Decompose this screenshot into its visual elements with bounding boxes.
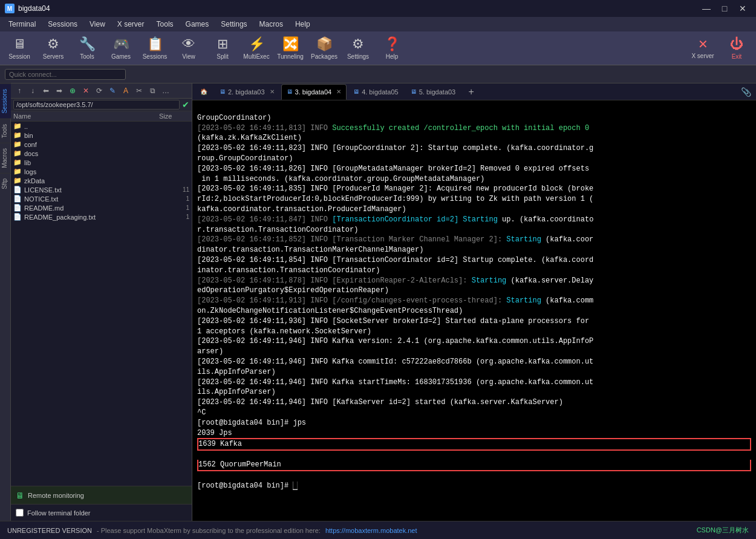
tools-label: Tools — [80, 53, 94, 60]
tab-close-icon[interactable]: ✕ — [270, 88, 275, 95]
attach-tab-button[interactable]: 📎 — [738, 87, 754, 97]
toolbar-multiexec[interactable]: ⚡ MultiExec — [241, 33, 272, 64]
file-name: README.md — [24, 204, 163, 212]
toolbar-tools[interactable]: 🔧 Tools — [71, 33, 103, 64]
fp-btn-edit[interactable]: ✎ — [106, 85, 119, 96]
file-name: .. — [24, 123, 163, 130]
folder-icon: 📁 — [13, 177, 22, 185]
file-item-docs[interactable]: 📁 docs — [11, 149, 192, 158]
file-item-readme-pkg[interactable]: 📄 README_packaging.txt 1 — [11, 212, 192, 221]
vert-tab-tools[interactable]: Tools — [0, 119, 11, 143]
menu-tools[interactable]: Tools — [151, 19, 180, 30]
tab-close-icon[interactable]: ✕ — [336, 88, 341, 95]
fp-btn-text[interactable]: A — [120, 85, 132, 96]
toolbar-servers[interactable]: ⚙ Servers — [37, 33, 69, 64]
file-item-logs[interactable]: 📁 logs — [11, 167, 192, 176]
minimize-button[interactable]: — — [698, 2, 715, 15]
file-name: docs — [24, 150, 163, 157]
toolbar-sessions[interactable]: 📋 Sessions — [139, 33, 171, 64]
view-label: View — [182, 53, 195, 60]
menu-terminal[interactable]: Terminal — [2, 19, 42, 30]
toolbar-settings[interactable]: ⚙ Settings — [342, 33, 374, 64]
menu-games[interactable]: Games — [180, 19, 215, 30]
tab-home[interactable]: 🏠 — [195, 84, 213, 100]
quick-connect-input[interactable] — [5, 69, 126, 80]
file-size: 1 — [165, 204, 189, 211]
tab-bigdata05-4[interactable]: 🖥 4. bigdata05 — [348, 84, 404, 100]
col-size-header[interactable]: Size — [159, 113, 189, 120]
fp-btn-copy[interactable]: ⧉ — [146, 85, 158, 96]
fp-btn-prev[interactable]: ⬅ — [40, 85, 52, 96]
file-item-notice[interactable]: 📄 NOTICE.txt 1 — [11, 194, 192, 203]
file-item-parent[interactable]: 📁 .. — [11, 122, 192, 131]
help-icon: ❓ — [384, 36, 400, 52]
path-input[interactable] — [13, 100, 180, 109]
vert-tab-macros[interactable]: Macros — [0, 143, 11, 173]
fp-btn-cut[interactable]: ✂ — [133, 85, 145, 96]
fp-btn-more[interactable]: … — [160, 85, 172, 96]
file-item-conf[interactable]: 📁 conf — [11, 140, 192, 149]
menu-view[interactable]: View — [83, 19, 111, 30]
fp-btn-delete[interactable]: ✕ — [80, 85, 92, 96]
menu-help[interactable]: Help — [289, 19, 316, 30]
fp-btn-up[interactable]: ↑ — [13, 85, 25, 96]
toolbar-exit[interactable]: ⏻ Exit — [721, 33, 752, 64]
games-label: Games — [111, 53, 131, 60]
file-name: zkData — [24, 177, 163, 185]
toolbar-games[interactable]: 🎮 Games — [105, 33, 137, 64]
toolbar-x-server[interactable]: ✕ X server — [687, 33, 719, 64]
file-size: 1 — [165, 214, 189, 220]
file-item-lib[interactable]: 📁 lib — [11, 158, 192, 167]
menu-macros[interactable]: Macros — [253, 19, 289, 30]
follow-terminal-label[interactable]: Follow terminal folder — [27, 509, 91, 517]
terminal-content[interactable]: GroupCoordinator) [2023-05-02 16:49:11,8… — [192, 100, 756, 521]
window-controls: — □ ✕ — [698, 2, 751, 15]
follow-terminal-checkbox[interactable] — [16, 509, 24, 517]
vertical-tabs: Sessions Tools Macros Sftp — [0, 83, 11, 521]
toolbar-tunneling[interactable]: 🔀 Tunneling — [275, 33, 306, 64]
vert-tab-sessions[interactable]: Sessions — [0, 83, 11, 119]
path-ok-icon: ✔ — [182, 100, 189, 109]
file-name: README_packaging.txt — [24, 214, 163, 221]
fp-btn-down[interactable]: ↓ — [27, 85, 39, 96]
fp-btn-next[interactable]: ➡ — [53, 85, 65, 96]
terminal-tabs: 🏠 🖥 2. bigdata03 ✕ 🖥 3. bigdata04 ✕ 🖥 4.… — [192, 83, 756, 100]
file-list-header: Name Size — [11, 111, 192, 122]
toolbar-packages[interactable]: 📦 Packages — [308, 33, 340, 64]
file-item-zkdata[interactable]: 📁 zkData — [11, 176, 192, 185]
vert-tab-sftp[interactable]: Sftp — [0, 173, 11, 194]
tab-bigdata03-2[interactable]: 🖥 2. bigdata03 ✕ — [214, 84, 280, 100]
file-icon: 📄 — [13, 213, 22, 221]
split-icon: ⊞ — [217, 36, 228, 52]
file-name: logs — [24, 168, 163, 175]
multiexec-label: MultiExec — [243, 53, 269, 60]
tab-bigdata04-3[interactable]: 🖥 3. bigdata04 ✕ — [281, 84, 347, 100]
file-item-bin[interactable]: 📁 bin — [11, 131, 192, 140]
file-item-readme[interactable]: 📄 README.md 1 — [11, 203, 192, 212]
col-name-header[interactable]: Name — [13, 113, 159, 120]
fp-btn-new[interactable]: ⊕ — [67, 85, 79, 96]
menu-settings[interactable]: Settings — [215, 19, 253, 30]
toolbar-session[interactable]: 🖥 Session — [4, 33, 35, 64]
new-tab-button[interactable]: + — [464, 85, 478, 99]
packages-icon: 📦 — [316, 36, 333, 52]
folder-icon: 📁 — [13, 168, 22, 175]
tunneling-icon: 🔀 — [282, 36, 299, 52]
fp-btn-refresh[interactable]: ⟳ — [93, 85, 105, 96]
tab-icon: 🖥 — [353, 88, 359, 95]
menu-x-server[interactable]: X server — [111, 19, 151, 30]
toolbar-split[interactable]: ⊞ Split — [207, 33, 238, 64]
folder-icon: 📁 — [13, 158, 22, 166]
toolbar-view[interactable]: 👁 View — [173, 33, 204, 64]
mobatek-link[interactable]: https://mobaxterm.mobatek.net — [325, 527, 417, 534]
menu-sessions[interactable]: Sessions — [42, 19, 83, 30]
watermark: CSDN@三月树水 — [697, 526, 749, 535]
title-bar: M bigdata04 — □ ✕ — [0, 0, 756, 17]
tab-bigdata03-5[interactable]: 🖥 5. bigdata03 — [405, 84, 461, 100]
remote-monitoring-label: Remote monitoring — [28, 492, 84, 499]
file-item-license[interactable]: 📄 LICENSE.txt 11 — [11, 185, 192, 194]
toolbar-help[interactable]: ❓ Help — [376, 33, 408, 64]
maximize-button[interactable]: □ — [716, 2, 733, 15]
exit-icon: ⏻ — [730, 36, 743, 52]
close-button[interactable]: ✕ — [734, 2, 751, 15]
